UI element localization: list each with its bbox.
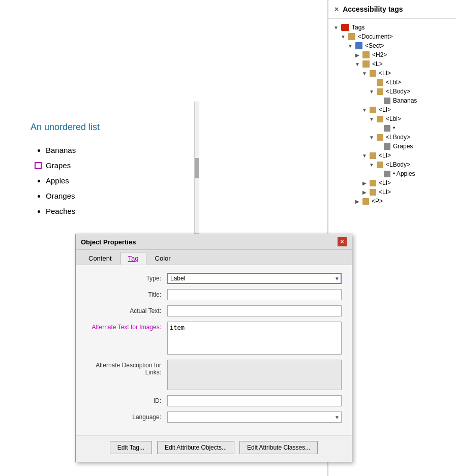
dialog-footer: Edit Tag... Edit Attribute Objects... Ed… — [76, 435, 352, 462]
icon-lbl1 — [377, 79, 383, 86]
toggle-li4[interactable] — [361, 179, 368, 186]
icon-li3 — [370, 152, 376, 159]
type-select[interactable]: Label LBody LI — [167, 273, 342, 284]
label-lbody1: <LBody> — [385, 88, 410, 95]
toggle-h2[interactable] — [354, 51, 361, 58]
icon-grapes — [384, 143, 390, 150]
tags-tree: Tags <Document> <Sect> <H2> — [328, 19, 456, 210]
id-row: ID: — [86, 395, 342, 406]
toggle-li3[interactable] — [361, 152, 368, 159]
icon-li5 — [370, 189, 376, 196]
toggle-l[interactable] — [354, 60, 361, 68]
tree-node-grapes[interactable]: Grapes — [328, 142, 456, 151]
title-label: Title: — [86, 289, 167, 298]
type-row: Type: Label LBody LI — [86, 273, 342, 284]
tree-node-bullet[interactable]: • — [328, 123, 456, 133]
alt-desc-textarea[interactable] — [167, 360, 342, 390]
label-tags: Tags — [351, 24, 364, 31]
tree-node-lbl2[interactable]: <Lbl> — [328, 114, 456, 123]
label-lbl1: <Lbl> — [385, 79, 401, 86]
tree-node-tags[interactable]: Tags — [328, 23, 456, 32]
type-select-wrapper[interactable]: Label LBody LI — [167, 273, 342, 284]
icon-li2 — [370, 107, 376, 113]
icon-lbody2 — [377, 134, 383, 141]
language-select-wrapper[interactable]: English French — [167, 411, 342, 423]
actual-text-label: Actual Text: — [86, 305, 167, 314]
tree-node-lbody2[interactable]: <LBody> — [328, 133, 456, 142]
list-item: Bananas — [46, 143, 297, 158]
icon-p — [362, 198, 369, 205]
label-document: <Document> — [357, 33, 393, 40]
tags-close-button[interactable]: × — [335, 5, 339, 13]
edit-tag-button[interactable]: Edit Tag... — [110, 441, 152, 454]
toggle-li1[interactable] — [361, 70, 368, 77]
label-lbl2: <Lbl> — [385, 115, 401, 122]
label-l: <L> — [371, 60, 383, 68]
language-select[interactable]: English French — [167, 411, 342, 423]
title-input[interactable] — [167, 289, 342, 300]
edit-attribute-classes-button[interactable]: Edit Attribute Classes... — [239, 441, 318, 454]
toggle-lbl2[interactable] — [368, 115, 375, 122]
toggle-lbody1[interactable] — [368, 88, 375, 95]
type-label: Type: — [86, 273, 167, 282]
toggle-lbody3[interactable] — [368, 161, 375, 168]
list-item-selected[interactable]: Grapes — [46, 158, 297, 173]
vertical-scrollbar[interactable] — [194, 102, 199, 234]
icon-l — [362, 60, 370, 68]
label-apples: • Apples — [392, 170, 415, 177]
tab-color[interactable]: Color — [147, 252, 178, 265]
dialog-body: Type: Label LBody LI Title: — [76, 265, 352, 435]
icon-bananas — [384, 98, 390, 104]
tree-node-lbl1[interactable]: <Lbl> — [328, 78, 456, 87]
toggle-li2[interactable] — [361, 106, 368, 113]
actual-text-input[interactable] — [167, 305, 342, 316]
tab-content[interactable]: Content — [81, 252, 119, 265]
label-li5: <LI> — [378, 188, 391, 196]
label-li4: <LI> — [378, 179, 391, 186]
tree-node-li2[interactable]: <LI> — [328, 105, 456, 114]
tree-node-apples[interactable]: • Apples — [328, 169, 456, 178]
toggle-sect[interactable] — [347, 42, 354, 49]
toggle-li5[interactable] — [361, 188, 368, 196]
icon-lbody3 — [377, 162, 383, 168]
list-item: Oranges — [46, 188, 297, 204]
toggle-lbody2[interactable] — [368, 134, 375, 141]
tree-node-sect[interactable]: <Sect> — [328, 41, 456, 50]
scrollbar-thumb[interactable] — [195, 158, 199, 178]
tree-node-h2[interactable]: <H2> — [328, 50, 456, 59]
alt-text-textarea[interactable]: item — [167, 322, 342, 355]
tree-node-lbody1[interactable]: <LBody> — [328, 87, 456, 96]
tree-node-lbody3[interactable]: <LBody> — [328, 160, 456, 169]
label-bananas: Bananas — [392, 97, 417, 104]
label-bullet: • — [392, 124, 395, 132]
toggle-p[interactable] — [354, 198, 361, 205]
icon-document — [348, 33, 355, 40]
edit-attribute-objects-button[interactable]: Edit Attribute Objects... — [157, 441, 234, 454]
tree-node-bananas[interactable]: Bananas — [328, 96, 456, 105]
label-grapes: Grapes — [392, 143, 413, 150]
tree-node-li4[interactable]: <LI> — [328, 178, 456, 187]
toggle-tags[interactable] — [332, 24, 340, 31]
tree-node-p[interactable]: <P> — [328, 197, 456, 206]
id-label: ID: — [86, 395, 167, 404]
toggle-bullet — [375, 124, 382, 132]
doc-list: Bananas Grapes Apples Oranges Peaches — [31, 143, 297, 219]
toggle-bananas — [375, 97, 382, 104]
label-lbody3: <LBody> — [385, 161, 410, 168]
alt-desc-row: Alternate Description for Links: — [86, 360, 342, 390]
object-properties-dialog: Object Properties × Content Tag Color Ty… — [75, 234, 352, 462]
icon-h2 — [362, 51, 370, 58]
toggle-document[interactable] — [340, 33, 347, 40]
icon-li1 — [370, 70, 376, 77]
icon-lbody1 — [377, 88, 383, 95]
id-input[interactable] — [167, 395, 342, 406]
label-li1: <LI> — [378, 70, 391, 77]
tree-node-document[interactable]: <Document> — [328, 32, 456, 41]
tree-node-li1[interactable]: <LI> — [328, 69, 456, 78]
tree-node-l[interactable]: <L> — [328, 59, 456, 69]
alt-desc-label: Alternate Description for Links: — [86, 360, 167, 376]
tab-tag[interactable]: Tag — [120, 252, 146, 265]
dialog-close-button[interactable]: × — [338, 237, 347, 246]
tree-node-li5[interactable]: <LI> — [328, 187, 456, 197]
tree-node-li3[interactable]: <LI> — [328, 151, 456, 160]
